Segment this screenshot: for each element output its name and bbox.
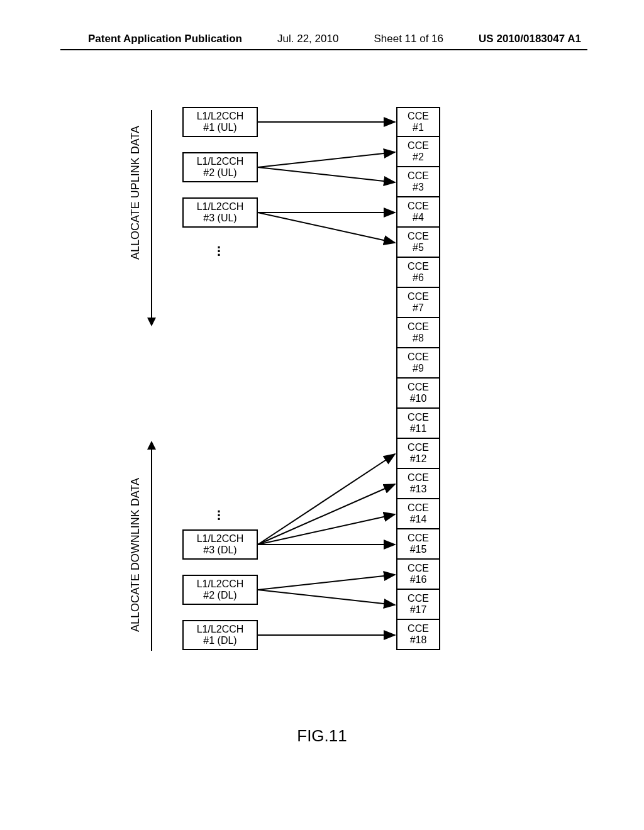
ch-sublabel: #2 (UL)	[203, 167, 236, 179]
publication-type: Patent Application Publication	[88, 33, 242, 45]
svg-line-5	[258, 454, 395, 545]
cce-number: #5	[413, 242, 424, 253]
cce-cell: CCE#7	[396, 288, 440, 318]
svg-line-9	[258, 575, 395, 590]
cce-label: CCE	[408, 382, 429, 393]
cce-number: #1	[413, 122, 424, 133]
ch-label: L1/L2CCH	[197, 156, 244, 167]
ch-sublabel: #3 (DL)	[203, 545, 236, 556]
cce-cell: CCE#5	[396, 228, 440, 258]
publication-date: Jul. 22, 2010	[277, 33, 338, 45]
cce-column: CCE#1CCE#2CCE#3CCE#4CCE#5CCE#6CCE#7CCE#8…	[396, 107, 440, 650]
cce-number: #11	[410, 423, 427, 434]
cce-cell: CCE#12	[396, 439, 440, 469]
cce-number: #7	[413, 302, 424, 314]
ch-label: L1/L2CCH	[197, 201, 244, 213]
uplink-arrow-shaft	[151, 110, 152, 318]
cce-cell: CCE#18	[396, 620, 440, 650]
ch-label: L1/L2CCH	[197, 624, 244, 635]
header-divider	[60, 49, 587, 50]
svg-line-7	[258, 514, 395, 545]
cce-cell: CCE#14	[396, 499, 440, 529]
downlink-arrow-shaft	[151, 450, 152, 651]
downlink-label: ALLOCATE DOWNLINK DATA	[129, 478, 142, 632]
ch-label: L1/L2CCH	[197, 578, 244, 590]
dl-channel-1: L1/L2CCH #1 (DL)	[182, 620, 258, 650]
cce-cell: CCE#2	[396, 137, 440, 167]
cce-number: #6	[413, 272, 424, 284]
cce-label: CCE	[408, 321, 429, 333]
page-header: Patent Application Publication Jul. 22, …	[0, 33, 644, 45]
cce-label: CCE	[408, 563, 429, 574]
cce-label: CCE	[408, 593, 429, 604]
downlink-arrow-head	[147, 441, 156, 450]
ul-channel-1: L1/L2CCH #1 (UL)	[182, 107, 258, 137]
cce-number: #3	[413, 182, 424, 193]
figure-caption: FIG.11	[0, 726, 644, 746]
cce-label: CCE	[408, 170, 429, 182]
cce-label: CCE	[408, 502, 429, 514]
ch-label: L1/L2CCH	[197, 111, 244, 122]
cce-number: #9	[413, 363, 424, 374]
ellipsis-icon: ...	[217, 242, 221, 253]
uplink-label: ALLOCATE UPLINK DATA	[129, 126, 142, 260]
cce-cell: CCE#9	[396, 348, 440, 379]
cce-cell: CCE#6	[396, 258, 440, 288]
dl-channel-2: L1/L2CCH #2 (DL)	[182, 575, 258, 605]
cce-number: #10	[410, 393, 427, 404]
ch-sublabel: #1 (UL)	[203, 122, 236, 133]
sheet-number: Sheet 11 of 16	[374, 33, 443, 45]
ch-label: L1/L2CCH	[197, 533, 244, 545]
cce-number: #4	[413, 212, 424, 223]
cce-label: CCE	[408, 623, 429, 634]
cce-cell: CCE#17	[396, 590, 440, 620]
cce-number: #17	[410, 604, 427, 616]
cce-cell: CCE#1	[396, 107, 440, 137]
cce-label: CCE	[408, 412, 429, 423]
cce-cell: CCE#8	[396, 318, 440, 348]
cce-label: CCE	[408, 261, 429, 272]
ch-sublabel: #2 (DL)	[203, 590, 236, 601]
publication-number: US 2010/0183047 A1	[479, 33, 581, 45]
cce-cell: CCE#4	[396, 197, 440, 228]
svg-line-2	[258, 167, 395, 182]
cce-label: CCE	[408, 442, 429, 453]
cce-cell: CCE#13	[396, 469, 440, 499]
cce-label: CCE	[408, 140, 429, 152]
ch-sublabel: #1 (DL)	[203, 635, 236, 646]
cce-cell: CCE#16	[396, 560, 440, 590]
cce-label: CCE	[408, 201, 429, 212]
svg-line-1	[258, 152, 395, 167]
ellipsis-icon: ...	[217, 506, 221, 517]
cce-label: CCE	[408, 533, 429, 544]
cce-label: CCE	[408, 472, 429, 484]
cce-number: #15	[410, 544, 427, 555]
cce-cell: CCE#10	[396, 379, 440, 409]
uplink-arrow-head	[147, 318, 156, 326]
ul-channel-3: L1/L2CCH #3 (UL)	[182, 197, 258, 228]
cce-number: #16	[410, 574, 427, 585]
cce-label: CCE	[408, 231, 429, 242]
svg-line-4	[258, 213, 395, 243]
cce-label: CCE	[408, 351, 429, 363]
cce-label: CCE	[408, 111, 429, 122]
cce-cell: CCE#3	[396, 167, 440, 197]
svg-line-10	[258, 590, 395, 605]
dl-channel-3: L1/L2CCH #3 (DL)	[182, 529, 258, 560]
cce-cell: CCE#11	[396, 409, 440, 439]
cce-cell: CCE#15	[396, 529, 440, 560]
cce-number: #13	[410, 484, 427, 495]
cce-number: #12	[410, 453, 427, 465]
allocation-diagram: ALLOCATE UPLINK DATA ALLOCATE DOWNLINK D…	[145, 107, 491, 673]
cce-number: #14	[410, 514, 427, 525]
ch-sublabel: #3 (UL)	[203, 213, 236, 224]
svg-line-6	[258, 484, 395, 545]
cce-number: #18	[410, 634, 427, 646]
ul-channel-2: L1/L2CCH #2 (UL)	[182, 152, 258, 182]
cce-number: #2	[413, 152, 424, 163]
cce-label: CCE	[408, 291, 429, 302]
cce-number: #8	[413, 333, 424, 344]
